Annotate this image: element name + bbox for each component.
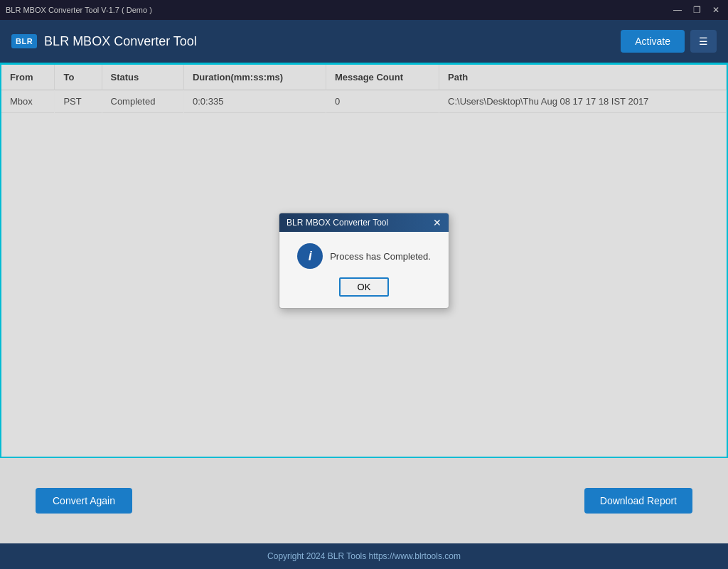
brand: BLR BLR MBOX Converter Tool: [11, 34, 197, 49]
footer-text: Copyright 2024 BLR Tools https://www.blr…: [267, 551, 461, 561]
title-bar: BLR MBOX Converter Tool V-1.7 ( Demo ) —…: [0, 0, 728, 20]
info-icon: i: [297, 243, 323, 269]
dialog-box: BLR MBOX Converter Tool ✕ i Process has …: [279, 213, 449, 309]
navbar: BLR BLR MBOX Converter Tool Activate ☰: [0, 20, 728, 63]
menu-button[interactable]: ☰: [690, 30, 717, 53]
minimize-button[interactable]: —: [670, 5, 685, 15]
convert-again-button[interactable]: Convert Again: [36, 488, 132, 514]
dialog-ok-button[interactable]: OK: [339, 277, 390, 297]
title-bar-controls: — ❐ ✕: [670, 5, 722, 15]
navbar-actions: Activate ☰: [621, 30, 717, 53]
download-report-button[interactable]: Download Report: [584, 488, 692, 514]
dialog-body: i Process has Completed. OK: [279, 232, 449, 308]
dialog-message-row: i Process has Completed.: [297, 243, 431, 269]
brand-title: BLR MBOX Converter Tool: [44, 34, 197, 49]
footer: Copyright 2024 BLR Tools https://www.blr…: [0, 543, 728, 569]
brand-logo: BLR: [11, 34, 37, 48]
dialog-title-bar: BLR MBOX Converter Tool ✕: [279, 213, 449, 232]
main-content: From To Status Duration(mm:ss:ms) Messag…: [0, 65, 728, 458]
bottom-area: Convert Again Download Report: [0, 458, 728, 543]
dialog-overlay: BLR MBOX Converter Tool ✕ i Process has …: [1, 65, 727, 457]
close-button[interactable]: ✕: [710, 5, 722, 15]
dialog-title-text: BLR MBOX Converter Tool: [287, 218, 388, 228]
dialog-message-text: Process has Completed.: [330, 251, 431, 262]
restore-button[interactable]: ❐: [690, 5, 704, 15]
title-bar-text: BLR MBOX Converter Tool V-1.7 ( Demo ): [6, 6, 152, 14]
dialog-close-button[interactable]: ✕: [433, 218, 441, 228]
activate-button[interactable]: Activate: [621, 30, 685, 53]
